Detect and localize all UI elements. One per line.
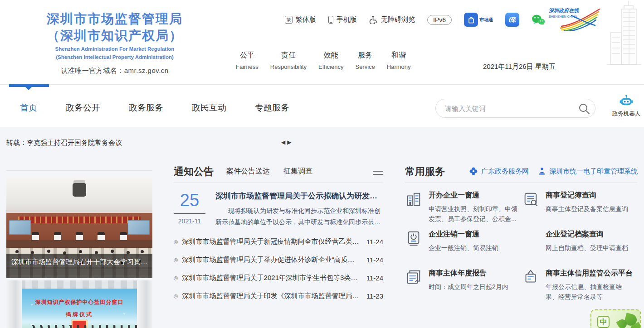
service-deregistration[interactable]: 企业注销一窗通 企业一般注销、简易注销 [405,230,522,269]
photo2-pillar-right [137,280,152,328]
services-section: 常用服务 广东政务服务网 [405,167,638,302]
featured-body: 深圳市市场监督管理局关于公示拟确认为研发与标... 现将拟确认为研发与标准化同步… [215,191,383,227]
service-name: 企业注销一窗通 [429,230,498,239]
nav-item-home[interactable]: 首页 [20,102,37,114]
service-desc: 企业一般注销、简易注销 [429,243,498,253]
photo-banner [18,217,141,223]
notice-row[interactable]: ◎ 深圳市市场监督管理局关于新冠疫情期间全市仅经营乙类非... 11-24 [174,232,383,251]
site-title-en1: Shenzhen Administration For Market Regul… [13,46,217,53]
featured-title[interactable]: 深圳市市场监督管理局关于公示拟确认为研发与标... [215,191,383,201]
nav-item-gov-disclosure[interactable]: 政务公开 [66,102,100,114]
service-credit-platform[interactable]: 商事主体信用监管公示平台 年报公示信息、抽查检查结果、经营异常名录等 [522,269,633,302]
photo2-pillar-left [6,280,22,328]
service-archive-query[interactable]: 企业登记档案查询 网上自助查档、受理申请查档 [522,230,633,269]
search-input[interactable] [445,100,567,117]
services-header: 常用服务 广东政务服务网 [405,167,638,183]
tab-surveys[interactable]: 征集调查 [283,167,312,176]
photo2-ceiling [6,280,152,289]
main-nav: 首页 政务公开 政务服务 政民互动 专题服务 政务机器人 [0,84,644,127]
phone-icon [328,16,333,24]
search-box [435,99,595,118]
mobile-label: 手机版 [337,15,357,24]
service-name: 商事主体年度报告 [429,269,508,278]
carousel-slide-ceremony[interactable]: ⌄ ⌄ 深圳知识产权保护中心盐田分窗口 揭牌仪式 [6,280,152,328]
nav-item-gov-services[interactable]: 政务服务 [129,102,163,114]
shenzhen-gov-online-logo[interactable]: 深圳政府在线 SHENZHEN CHINA [548,6,601,31]
service-registry-query[interactable]: 商事登记簿查询 商事主体登记及备案信息查询 [522,191,633,230]
nav-item-special-services[interactable]: 专题服务 [255,102,289,114]
news-ticker[interactable]: 转载：李克强主持召开国务院常务会议 [6,139,122,147]
ticker-next-icon[interactable]: ▶ [286,139,292,145]
official-domain-notice: 认准唯一官方域名：amr.sz.gov.cn [13,67,217,75]
bullet-icon: ◎ [174,293,178,299]
active-tab-indicator [9,84,49,87]
featured-month: 2021-11 [174,217,205,225]
market-app-label: 市场通 [479,17,493,23]
service-name: 企业登记档案查询 [546,230,628,239]
service-annual-report[interactable]: 商事主体年度报告 时间：成立周年之日起2月内 [405,269,522,302]
wheelchair-icon [369,15,378,24]
service-name: 开办企业一窗通 [429,191,522,200]
service-name: 商事主体信用监管公示平台 [546,269,633,278]
bullet-icon: ◎ [174,275,178,281]
ipv6-badge[interactable]: IPv6 [427,15,452,25]
site-logo[interactable]: 深圳市市场监督管理局 （深圳市知识产权局） Shenzhen Administr… [13,11,217,75]
search-icon[interactable] [578,102,590,115]
content-area: 转载：李克强主持召开国务院常务会议 ◀▶ 深圳市市场监督管理局召开干部大会学习贯… [0,127,644,328]
service-desc: 申请营业执照、刻制印章、申领发票、员工参保登记、公积金... [429,204,522,224]
traditional-version-link[interactable]: 繁 繁体版 [285,15,316,24]
notices-title: 通知公告 [174,167,214,177]
photo-projector [73,183,86,197]
font-size-widget[interactable]: 中 [590,309,641,328]
notices-section: 通知公告 案件公告送达 征集调查 25 2021-11 深圳市市场监督管理局关于… [174,167,383,305]
nav-items: 首页 政务公开 政务服务 政民互动 专题服务 [20,102,289,114]
wechat-icon[interactable] [532,14,545,26]
service-open-business[interactable]: 开办企业一窗通 申请营业执照、刻制印章、申领发票、员工参保登记、公积金... [405,191,522,230]
service-desc: 商事主体登记及备案信息查询 [546,204,628,214]
notices-tabs: 案件公告送达 征集调查 [226,167,312,177]
carousel-divider [6,170,152,171]
services-links: 广东政务服务网 深圳市统一电子印章管理系统 [469,167,638,177]
notice-row[interactable]: ◎ 深圳市市场监督管理局关于举办促进体外诊断企业“高质量... 11-24 [174,251,383,269]
notices-more-icon[interactable] [373,169,383,177]
gov-online-zh: 深圳政府在线 [548,8,579,13]
bullet-icon: ◎ [174,257,178,263]
mobile-version-link[interactable]: 手机版 [328,15,357,24]
notice-row[interactable]: ◎ 深圳市市场监督管理局关于印发《深圳市市场监督管理局商... 11-23 [174,287,383,305]
carousel-slide-conference[interactable]: 深圳市市场监督管理局召开干部大会学习贯彻党的十... [6,177,152,278]
ishenzhen-app-icon[interactable]: i深 [505,13,519,27]
doc-search-icon [522,191,539,208]
gd-gov-service-link[interactable]: 广东政务服务网 [469,167,529,176]
photo-desk [6,240,152,248]
banner-crowd [22,325,137,328]
market-app-link[interactable]: 市场通 [464,13,493,27]
gov-robot-entry[interactable]: 政务机器人 [610,95,642,118]
tab-case-announcements[interactable]: 案件公告送达 [226,167,270,176]
page: 深圳市市场监督管理局 （深圳市知识产权局） Shenzhen Administr… [0,0,644,328]
utility-bar: 繁 繁体版 手机版 无障碍浏览 IPv6 市场通 [285,13,545,27]
value-fairness: 公平 Fairness [236,51,259,70]
accessibility-label: 无障碍浏览 [381,15,415,24]
notice-row[interactable]: ◎ 深圳市市场监督管理局关于2021年深圳市学生书包等3类产... 11-24 [174,269,383,287]
featured-notice[interactable]: 25 2021-11 深圳市市场监督管理局关于公示拟确认为研发与标... 现将拟… [174,191,383,227]
building-sketch [598,0,643,68]
site-title-en2: (Shenzhen Intellectual Property Administ… [13,54,217,61]
nav-item-interaction[interactable]: 政民互动 [192,102,226,114]
ticker-prev-icon[interactable]: ◀ [280,139,286,145]
value-efficiency: 效能 Efficiency [318,51,343,70]
seal-icon [538,167,546,175]
featured-summary: 现将拟确认为研发与标准化同步示范企业和深圳标准创新示范基地的单位予以公示，其中研… [215,205,383,227]
service-desc: 网上自助查档、受理申请查档 [546,243,628,253]
banner-title: 深圳知识产权保护中心盐田分窗口 [22,299,137,306]
seagull-icon: ⌄ [30,301,34,306]
robot-label: 政务机器人 [610,110,642,118]
pinwheel-icon [469,167,478,176]
photo-carousel: 深圳市市场监督管理局召开干部大会学习贯彻党的十... ⌄ ⌄ 深圳知识产权保护中… [6,177,152,328]
value-responsibility: 责任 Responsibility [270,51,307,70]
eseal-system-link[interactable]: 深圳市统一电子印章管理系统 [538,167,638,176]
carousel-caption[interactable]: 深圳市市场监督管理局召开干部大会学习贯彻党的十... [6,254,152,278]
service-desc: 年报公示信息、抽查检查结果、经营异常名录等 [546,282,633,302]
value-harmony: 和谐 Harmony [387,51,411,70]
accessibility-link[interactable]: 无障碍浏览 [369,15,415,24]
services-grid: 开办企业一窗通 申请营业执照、刻制印章、申领发票、员工参保登记、公积金... 商… [405,191,638,302]
